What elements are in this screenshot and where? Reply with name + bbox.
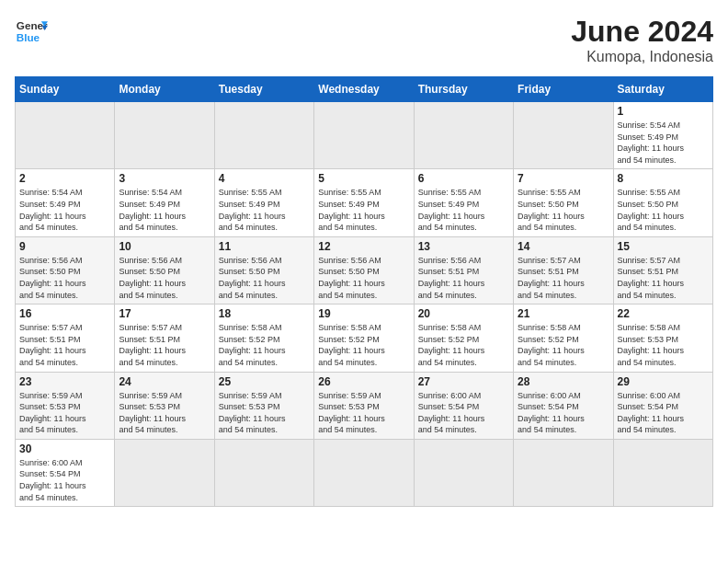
calendar-cell: 22Sunrise: 5:58 AM Sunset: 5:53 PM Dayli… bbox=[613, 304, 712, 372]
calendar-cell: 25Sunrise: 5:59 AM Sunset: 5:53 PM Dayli… bbox=[214, 372, 313, 439]
weekday-header-sunday: Sunday bbox=[16, 77, 115, 102]
calendar-cell: 12Sunrise: 5:56 AM Sunset: 5:50 PM Dayli… bbox=[314, 236, 414, 304]
day-info: Sunrise: 5:55 AM Sunset: 5:49 PM Dayligh… bbox=[318, 187, 409, 233]
calendar-cell bbox=[115, 439, 214, 506]
calendar-week-row: 1Sunrise: 5:54 AM Sunset: 5:49 PM Daylig… bbox=[16, 102, 713, 169]
weekday-header-friday: Friday bbox=[514, 77, 613, 102]
calendar-cell: 14Sunrise: 5:57 AM Sunset: 5:51 PM Dayli… bbox=[514, 236, 613, 304]
day-info: Sunrise: 5:58 AM Sunset: 5:53 PM Dayligh… bbox=[618, 322, 709, 368]
day-info: Sunrise: 5:55 AM Sunset: 5:50 PM Dayligh… bbox=[618, 187, 709, 233]
calendar-cell: 19Sunrise: 5:58 AM Sunset: 5:52 PM Dayli… bbox=[314, 304, 414, 372]
calendar-cell: 10Sunrise: 5:56 AM Sunset: 5:50 PM Dayli… bbox=[115, 236, 214, 304]
day-number: 25 bbox=[219, 375, 310, 388]
location-title: Kumopa, Indonesia bbox=[571, 49, 713, 65]
day-info: Sunrise: 5:57 AM Sunset: 5:51 PM Dayligh… bbox=[119, 322, 210, 368]
calendar-cell: 27Sunrise: 6:00 AM Sunset: 5:54 PM Dayli… bbox=[414, 372, 513, 439]
day-info: Sunrise: 6:00 AM Sunset: 5:54 PM Dayligh… bbox=[418, 390, 509, 436]
title-block: June 2024 Kumopa, Indonesia bbox=[571, 15, 713, 65]
day-number: 6 bbox=[418, 172, 509, 185]
calendar-cell bbox=[16, 102, 115, 169]
day-info: Sunrise: 5:58 AM Sunset: 5:52 PM Dayligh… bbox=[318, 322, 409, 368]
day-info: Sunrise: 5:59 AM Sunset: 5:53 PM Dayligh… bbox=[318, 390, 409, 436]
svg-text:General: General bbox=[17, 19, 48, 31]
day-number: 11 bbox=[219, 240, 310, 253]
calendar-week-row: 23Sunrise: 5:59 AM Sunset: 5:53 PM Dayli… bbox=[16, 372, 713, 439]
logo: General Blue bbox=[15, 15, 48, 48]
day-number: 20 bbox=[418, 307, 509, 320]
calendar-cell: 18Sunrise: 5:58 AM Sunset: 5:52 PM Dayli… bbox=[214, 304, 313, 372]
calendar-cell: 28Sunrise: 6:00 AM Sunset: 5:54 PM Dayli… bbox=[514, 372, 613, 439]
day-number: 27 bbox=[418, 375, 509, 388]
day-info: Sunrise: 5:59 AM Sunset: 5:53 PM Dayligh… bbox=[119, 390, 210, 436]
calendar-cell: 5Sunrise: 5:55 AM Sunset: 5:49 PM Daylig… bbox=[314, 169, 414, 236]
calendar-cell: 11Sunrise: 5:56 AM Sunset: 5:50 PM Dayli… bbox=[214, 236, 313, 304]
day-info: Sunrise: 5:54 AM Sunset: 5:49 PM Dayligh… bbox=[19, 187, 110, 233]
day-number: 12 bbox=[318, 240, 409, 253]
day-number: 4 bbox=[219, 172, 310, 185]
calendar-cell bbox=[314, 439, 414, 506]
day-info: Sunrise: 5:57 AM Sunset: 5:51 PM Dayligh… bbox=[618, 255, 709, 301]
calendar-cell bbox=[115, 102, 214, 169]
page-header: General Blue June 2024 Kumopa, Indonesia bbox=[15, 15, 713, 65]
calendar-week-row: 9Sunrise: 5:56 AM Sunset: 5:50 PM Daylig… bbox=[16, 236, 713, 304]
weekday-header-tuesday: Tuesday bbox=[214, 77, 313, 102]
day-number: 1 bbox=[618, 105, 709, 118]
day-info: Sunrise: 5:56 AM Sunset: 5:50 PM Dayligh… bbox=[119, 255, 210, 301]
weekday-header-saturday: Saturday bbox=[613, 77, 712, 102]
day-number: 26 bbox=[318, 375, 409, 388]
day-info: Sunrise: 5:56 AM Sunset: 5:51 PM Dayligh… bbox=[418, 255, 509, 301]
day-info: Sunrise: 5:55 AM Sunset: 5:49 PM Dayligh… bbox=[418, 187, 509, 233]
calendar-cell bbox=[514, 102, 613, 169]
day-info: Sunrise: 5:54 AM Sunset: 5:49 PM Dayligh… bbox=[618, 120, 709, 166]
calendar-cell: 4Sunrise: 5:55 AM Sunset: 5:49 PM Daylig… bbox=[214, 169, 313, 236]
day-number: 23 bbox=[19, 375, 110, 388]
calendar-cell: 2Sunrise: 5:54 AM Sunset: 5:49 PM Daylig… bbox=[16, 169, 115, 236]
day-number: 29 bbox=[618, 375, 709, 388]
calendar-cell bbox=[314, 102, 414, 169]
day-info: Sunrise: 5:58 AM Sunset: 5:52 PM Dayligh… bbox=[518, 322, 609, 368]
calendar-cell: 6Sunrise: 5:55 AM Sunset: 5:49 PM Daylig… bbox=[414, 169, 513, 236]
day-number: 13 bbox=[418, 240, 509, 253]
calendar-week-row: 16Sunrise: 5:57 AM Sunset: 5:51 PM Dayli… bbox=[16, 304, 713, 372]
day-info: Sunrise: 5:56 AM Sunset: 5:50 PM Dayligh… bbox=[318, 255, 409, 301]
day-info: Sunrise: 6:00 AM Sunset: 5:54 PM Dayligh… bbox=[618, 390, 709, 436]
day-info: Sunrise: 5:55 AM Sunset: 5:50 PM Dayligh… bbox=[518, 187, 609, 233]
calendar-cell: 20Sunrise: 5:58 AM Sunset: 5:52 PM Dayli… bbox=[414, 304, 513, 372]
calendar-table: SundayMondayTuesdayWednesdayThursdayFrid… bbox=[15, 76, 713, 507]
day-info: Sunrise: 5:57 AM Sunset: 5:51 PM Dayligh… bbox=[19, 322, 110, 368]
calendar-cell: 30Sunrise: 6:00 AM Sunset: 5:54 PM Dayli… bbox=[16, 439, 115, 506]
calendar-cell: 24Sunrise: 5:59 AM Sunset: 5:53 PM Dayli… bbox=[115, 372, 214, 439]
calendar-cell bbox=[214, 102, 313, 169]
weekday-header-wednesday: Wednesday bbox=[314, 77, 414, 102]
calendar-cell bbox=[214, 439, 313, 506]
day-number: 2 bbox=[19, 172, 110, 185]
day-info: Sunrise: 5:57 AM Sunset: 5:51 PM Dayligh… bbox=[518, 255, 609, 301]
svg-text:Blue: Blue bbox=[17, 31, 40, 43]
calendar-cell: 21Sunrise: 5:58 AM Sunset: 5:52 PM Dayli… bbox=[514, 304, 613, 372]
calendar-cell: 7Sunrise: 5:55 AM Sunset: 5:50 PM Daylig… bbox=[514, 169, 613, 236]
day-info: Sunrise: 6:00 AM Sunset: 5:54 PM Dayligh… bbox=[518, 390, 609, 436]
day-number: 24 bbox=[119, 375, 210, 388]
calendar-cell: 3Sunrise: 5:54 AM Sunset: 5:49 PM Daylig… bbox=[115, 169, 214, 236]
day-number: 21 bbox=[518, 307, 609, 320]
calendar-cell bbox=[613, 439, 712, 506]
day-number: 14 bbox=[518, 240, 609, 253]
day-info: Sunrise: 5:55 AM Sunset: 5:49 PM Dayligh… bbox=[219, 187, 310, 233]
day-info: Sunrise: 5:56 AM Sunset: 5:50 PM Dayligh… bbox=[219, 255, 310, 301]
logo-icon: General Blue bbox=[15, 15, 48, 48]
day-number: 19 bbox=[318, 307, 409, 320]
calendar-cell: 15Sunrise: 5:57 AM Sunset: 5:51 PM Dayli… bbox=[613, 236, 712, 304]
calendar-cell bbox=[414, 102, 513, 169]
calendar-cell: 17Sunrise: 5:57 AM Sunset: 5:51 PM Dayli… bbox=[115, 304, 214, 372]
calendar-cell: 16Sunrise: 5:57 AM Sunset: 5:51 PM Dayli… bbox=[16, 304, 115, 372]
weekday-header-thursday: Thursday bbox=[414, 77, 513, 102]
calendar-week-row: 30Sunrise: 6:00 AM Sunset: 5:54 PM Dayli… bbox=[16, 439, 713, 506]
day-number: 22 bbox=[618, 307, 709, 320]
weekday-header-monday: Monday bbox=[115, 77, 214, 102]
day-number: 16 bbox=[19, 307, 110, 320]
day-number: 28 bbox=[518, 375, 609, 388]
day-number: 10 bbox=[119, 240, 210, 253]
day-info: Sunrise: 5:58 AM Sunset: 5:52 PM Dayligh… bbox=[219, 322, 310, 368]
day-number: 18 bbox=[219, 307, 310, 320]
calendar-cell: 8Sunrise: 5:55 AM Sunset: 5:50 PM Daylig… bbox=[613, 169, 712, 236]
